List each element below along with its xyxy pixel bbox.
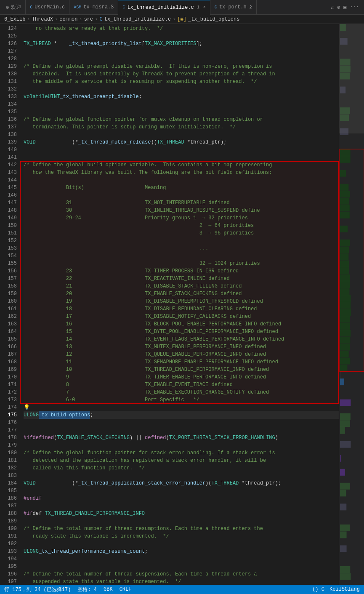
- code-line-191: ready state this variable is incremented…: [24, 533, 339, 540]
- code-line-148: 30 TX_INLINE_THREAD_RESUME_SUSPEND defin…: [24, 207, 339, 214]
- code-line-190: /* Define the total number of thread res…: [24, 525, 339, 533]
- tab-usermain[interactable]: C UserMain.c: [26, 0, 69, 15]
- line-num-161: 161: [0, 305, 17, 313]
- code-line-189: [24, 517, 339, 525]
- code-line-169: 10 TX_THREAD_ENABLE_PERFORMANCE_INFO def…: [24, 366, 339, 373]
- code-line-165: 14 TX_EVENT_FLAGS_ENABLE_PERFORMANCE_INF…: [24, 336, 339, 343]
- breadcrumb-item-5[interactable]: tx_thread_initialize.c: [104, 16, 171, 22]
- code-line-154: [24, 252, 339, 260]
- code-line-144: [24, 176, 339, 184]
- line-num-145: 145: [0, 184, 17, 192]
- tab-txmisra-label: tx_misra.S: [83, 4, 114, 10]
- tab-txthreadinit-label: tx_thread_initialize.c: [127, 5, 194, 11]
- code-line-197: suspended state this variable is increme…: [24, 578, 339, 585]
- line-num-194: 194: [0, 555, 17, 563]
- code-line-172: 7 TX_ENABLE_EXECUTION_CHANGE_NOTIFY defi…: [24, 389, 339, 396]
- code-line-136: /* Define the global function pointer fo…: [24, 116, 339, 123]
- line-num-171: 171: [0, 381, 17, 389]
- code-line-174: 💡: [24, 404, 339, 411]
- code-line-146: [24, 192, 339, 199]
- code-line-192: [24, 540, 339, 548]
- line-num-142: 142: [0, 161, 17, 169]
- breadcrumb-item-6[interactable]: _tx_build_options: [188, 16, 239, 22]
- line-num-146: 146: [0, 192, 17, 199]
- code-line-159: 20 TX_ENABLE_STACK_CHECKING defined: [24, 290, 339, 298]
- status-right: () C KeilSClang: [312, 586, 360, 592]
- layout-icon[interactable]: ▣: [343, 4, 346, 11]
- line-num-125: 125: [0, 32, 17, 40]
- line-num-165: 165: [0, 336, 17, 343]
- code-line-139: VOID (*_tx_thread_mutex_release)(TX_THRE…: [24, 139, 339, 146]
- line-num-155: 155: [0, 260, 17, 267]
- status-position: 行 175，列 34 (已选择17): [4, 586, 71, 593]
- tab-usermain-icon: C: [30, 5, 32, 10]
- code-line-160: 19 TX_DISABLE_PREEMPTION_THRESHOLD defin…: [24, 298, 339, 305]
- more-icon[interactable]: ···: [350, 4, 359, 10]
- line-num-164: 164: [0, 328, 17, 336]
- line-num-160: 160: [0, 298, 17, 305]
- code-line-149: 29-24 Priority groups 1 → 32 priorities: [24, 214, 339, 222]
- status-spaces: 空格: 4: [77, 586, 97, 593]
- line-num-190: 190: [0, 525, 17, 533]
- line-num-196: 196: [0, 570, 17, 578]
- minimap[interactable]: [339, 24, 364, 585]
- code-line-180: /* Define the global function pointer fo…: [24, 449, 339, 457]
- code-line-188: #ifdef TX_THREAD_ENABLE_PERFORMANCE_INFO: [24, 510, 339, 517]
- code-line-175: ULONG _tx_build_options;: [24, 411, 339, 419]
- line-num-180: 180: [0, 449, 17, 457]
- line-num-144: 144: [0, 176, 17, 184]
- code-line-133: volatile UINT _tx_thread_preempt_disable…: [24, 93, 339, 101]
- line-num-187: 187: [0, 502, 17, 510]
- tab-txmisra[interactable]: ASM tx_misra.S: [69, 0, 118, 15]
- line-num-134: 134: [0, 101, 17, 108]
- breadcrumb-item-file-icon: C: [99, 16, 102, 22]
- line-num-152: 152: [0, 237, 17, 245]
- code-line-152: [24, 237, 339, 245]
- code-line-164: 15 TX_BYTE_POOL_ENABLE_PERFORMANCE_INFO …: [24, 328, 339, 336]
- line-num-184: 184: [0, 479, 17, 487]
- code-line-171: 8 TX_ENABLE_EVENT_TRACE defined: [24, 381, 339, 389]
- split-icon[interactable]: ⇄: [331, 4, 334, 11]
- line-num-178: 178: [0, 434, 17, 442]
- line-num-163: 163: [0, 320, 17, 328]
- breadcrumb-item-4[interactable]: src: [84, 16, 93, 22]
- code-line-132: [24, 85, 339, 93]
- code-line-176: [24, 419, 339, 426]
- line-num-138: 138: [0, 131, 17, 139]
- settings-icon[interactable]: ⚙: [337, 4, 340, 11]
- line-num-143: 143: [0, 169, 17, 176]
- tab-welcome[interactable]: ⚙ 欢迎: [2, 0, 26, 15]
- line-num-177: 177: [0, 426, 17, 434]
- editor-area: 1241251261271281291301311321331341351361…: [0, 24, 364, 585]
- line-num-174: 174: [0, 404, 17, 411]
- code-line-178: #if defined(TX_ENABLE_STACK_CHECKING) ||…: [24, 434, 339, 442]
- code-line-167: 12 TX_QUEUE_ENABLE_PERFORMANCE_INFO defi…: [24, 351, 339, 358]
- breadcrumb-item-1[interactable]: 6_Exlib: [4, 16, 25, 22]
- tab-txthreadinit[interactable]: C tx_thread_initialize.c 1 ×: [118, 0, 210, 15]
- line-num-166: 166: [0, 343, 17, 351]
- code-line-186: #endif: [24, 495, 339, 502]
- tab-welcome-label: 欢迎: [11, 4, 21, 11]
- tab-txthreadinit-close[interactable]: ×: [203, 5, 206, 10]
- line-num-188: 188: [0, 510, 17, 517]
- code-line-129: /* Define the global preempt disable var…: [24, 63, 339, 70]
- tab-txthreadinit-badge: 1: [197, 5, 199, 10]
- line-num-176: 176: [0, 419, 17, 426]
- code-line-187: [24, 502, 339, 510]
- code-line-142: /* Define the global build options varia…: [24, 161, 339, 169]
- code-line-193: ULONG _tx_thread_performance_resume_coun…: [24, 548, 339, 555]
- line-num-133: 133: [0, 93, 17, 101]
- code-line-131: the middle of a service that is resuming…: [24, 78, 339, 85]
- breadcrumb-item-2[interactable]: ThreadX: [32, 16, 53, 22]
- code-line-196: /* Define the total number of thread sus…: [24, 570, 339, 578]
- line-num-167: 167: [0, 351, 17, 358]
- code-line-163: 16 TX_BLOCK_POOL_ENABLE_PERFORMANCE_INFO…: [24, 320, 339, 328]
- tab-actions: ⇄ ⚙ ▣ ···: [331, 4, 362, 11]
- breadcrumb-sep-5: ›: [173, 16, 175, 22]
- code-line-151: 3 → 96 priorities: [24, 229, 339, 237]
- line-num-156: 156: [0, 267, 17, 275]
- tab-txport[interactable]: C tx_port.h 2: [210, 0, 257, 15]
- breadcrumb-item-3[interactable]: common: [59, 16, 77, 22]
- line-num-139: 139: [0, 139, 17, 146]
- code-content[interactable]: no threads are ready at that priority. *…: [20, 24, 339, 585]
